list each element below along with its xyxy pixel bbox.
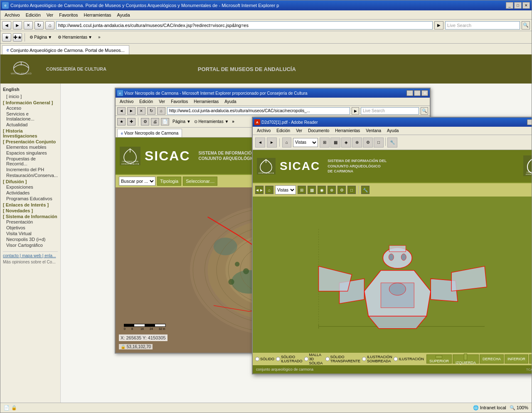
inner-address-input[interactable] — [167, 107, 350, 115]
inner-menu-archivo[interactable]: Archivo — [117, 98, 136, 105]
toolbar-herramientas[interactable]: ⚙ Herramientas ▼ — [56, 32, 94, 42]
radio-solido-transparente[interactable]: SÓLIDO TRANSPARENTE — [325, 355, 360, 363]
adobe-box-icon[interactable]: □ — [374, 138, 384, 148]
radio-ilustracion-input[interactable] — [394, 357, 398, 361]
sidebar-footer-links[interactable]: contacto | mapa web | enla... — [3, 253, 58, 258]
toolbar-extra[interactable]: ⚙ Página ▼ — [27, 32, 54, 42]
address-input[interactable] — [56, 21, 433, 30]
sidebar-link-acceso[interactable]: Acceso — [3, 105, 58, 111]
inner-add-favorites[interactable]: ✚ — [127, 118, 135, 125]
3d-vistas-select[interactable]: Vistas — [275, 185, 296, 194]
3d-tool-home[interactable]: ⌂ — [265, 186, 273, 194]
inner-search-button[interactable]: 🔍 — [421, 107, 428, 115]
3d-tool-box[interactable]: □ — [347, 186, 356, 194]
radio-solido-ilustrado-input[interactable] — [276, 357, 280, 361]
inner-menu-favoritos[interactable]: Favoritos — [168, 98, 190, 105]
sidebar-link-objetivos[interactable]: Objetivos — [3, 225, 58, 231]
sidebar-link-presentacion[interactable]: Presentación — [3, 219, 58, 225]
forward-button[interactable]: ► — [13, 21, 22, 30]
inner-menu-ver[interactable]: Ver — [156, 98, 167, 105]
refresh-button[interactable]: ↻ — [34, 21, 44, 30]
adobe-minimize-button[interactable]: _ — [527, 119, 532, 125]
inner-favorites-star[interactable]: ★ — [117, 118, 126, 125]
inner-print-icon[interactable]: 🖨 — [151, 118, 159, 125]
radio-solido[interactable]: SÓLIDO — [255, 357, 274, 361]
sidebar-link-programas[interactable]: Programas Educativos — [3, 196, 58, 202]
3d-tool-grid[interactable]: ⊞ — [298, 186, 306, 194]
main-tab[interactable]: e Conjunto Arqueológico de Carmona. Port… — [2, 45, 129, 54]
view-inferior[interactable]: INFERIOR — [505, 354, 528, 364]
adobe-menu-archivo[interactable]: Archivo — [254, 128, 273, 134]
sidebar-header-novedades[interactable]: [ Novedades ] — [3, 208, 58, 213]
view-frontal[interactable]: FRONTAL — [529, 354, 532, 364]
adobe-menu-ayuda[interactable]: Ayuda — [384, 128, 401, 134]
3d-tool-sphere[interactable]: ◉ — [318, 186, 326, 194]
view-izquierda[interactable]: IZQUIERDA — [453, 354, 479, 364]
sidebar-link-actividades[interactable]: Actividades — [3, 190, 58, 196]
radio-solido-ilustrado[interactable]: SÓLIDO ILUSTRADO — [276, 355, 303, 363]
3d-model-viewport[interactable] — [253, 197, 532, 353]
inner-tools-icon[interactable]: ⚙ — [141, 118, 149, 125]
sidebar-header-info[interactable]: [ Información General ] — [3, 100, 58, 105]
3d-tool-nav[interactable]: ◄► — [255, 186, 264, 194]
inner-refresh-button[interactable]: ↻ — [147, 107, 155, 115]
sidebar-link-exposiciones[interactable]: Exposiciones — [3, 184, 58, 190]
sidebar-link-propuestas[interactable]: Propuestas de Recorrid... — [3, 156, 58, 167]
inner-menu-edicion[interactable]: Edición — [137, 98, 155, 105]
inner-menu-ayuda[interactable]: Ayuda — [222, 98, 239, 105]
sidebar-link-espacios[interactable]: Espacios singulares — [3, 150, 58, 156]
maximize-button[interactable]: □ — [514, 2, 522, 9]
adobe-home-tool[interactable]: ⌂ — [282, 138, 291, 148]
sidebar-link-visor[interactable]: Visor Cartográfico — [3, 242, 58, 248]
adobe-nav-forward[interactable]: ► — [267, 138, 277, 148]
menu-archivo[interactable]: Archivo — [2, 12, 22, 18]
adobe-menu-documento[interactable]: Documento — [305, 128, 332, 134]
sidebar-link-elementos[interactable]: Elementos muebles — [3, 144, 58, 150]
add-favorites[interactable]: ✚★ — [13, 33, 22, 42]
radio-malla-input[interactable] — [304, 357, 308, 361]
inner-forward-button[interactable]: ► — [127, 107, 135, 115]
adobe-nav-back[interactable]: ◄ — [255, 138, 265, 148]
sidebar-link-actualidad[interactable]: Actualidad — [3, 122, 58, 128]
inner-menu-herramientas[interactable]: Herramientas — [191, 98, 221, 105]
inner-stop-button[interactable]: ✕ — [137, 107, 145, 115]
adobe-menu-edicion[interactable]: Edición — [274, 128, 293, 134]
stop-button[interactable]: ✕ — [24, 21, 33, 30]
seleccionar-button[interactable]: Seleccionar.... — [183, 177, 217, 186]
radio-sombreada-input[interactable] — [362, 357, 366, 361]
buscar-select[interactable]: Buscar por ... — [119, 177, 155, 186]
menu-ver[interactable]: Ver — [44, 12, 56, 18]
sidebar-header-presentacion[interactable]: [ Presentación Conjunto — [3, 139, 58, 144]
adobe-menu-herramientas[interactable]: Herramientas — [332, 128, 362, 134]
sidebar-header-difusion[interactable]: [ Difusión ] — [3, 179, 58, 184]
toolbar-extend[interactable]: » — [96, 32, 103, 42]
inner-search-bar[interactable]: Live Search — [361, 107, 419, 115]
inner-page-icon[interactable]: 📄 — [161, 118, 169, 125]
3d-tool-layers[interactable]: ⊕ — [328, 186, 336, 194]
sidebar-link-necropolis-3d[interactable]: Necropolis 3D (i+d) — [3, 236, 58, 242]
sidebar-header-historia[interactable]: [ Historia Investigaciones — [3, 128, 58, 138]
menu-ayuda[interactable]: Ayuda — [115, 12, 133, 18]
vistas-select[interactable]: Vistas — [293, 138, 318, 147]
adobe-3d-icon[interactable]: ◈ — [341, 138, 351, 148]
go-button[interactable]: ▶ — [434, 21, 443, 30]
outer-search-bar[interactable]: Live Search — [445, 21, 520, 30]
minimize-button[interactable]: _ — [506, 2, 513, 9]
adobe-menu-ventana[interactable]: Ventana — [363, 128, 384, 134]
view-derecha[interactable]: DERECHA — [480, 354, 504, 364]
inner-go-button[interactable]: ▶ — [352, 107, 359, 115]
radio-solido-input[interactable] — [255, 357, 259, 361]
3d-tool-wrench[interactable]: ⚙ — [337, 186, 346, 194]
adobe-tool-icon[interactable]: 🔧 — [387, 138, 397, 148]
menu-favoritos[interactable]: Favoritos — [57, 12, 80, 18]
inner-main-tab[interactable]: e Visor Necropolis de Carmona — [117, 129, 182, 137]
radio-ilustracion[interactable]: ILUSTRACIÓN — [394, 357, 424, 361]
menu-edicion[interactable]: Edición — [23, 12, 43, 18]
radio-malla[interactable]: MALLA 3D SÓLIDA — [304, 353, 323, 365]
inner-back-button[interactable]: ◄ — [117, 107, 126, 115]
sidebar-header-sistema[interactable]: [ Sistema de Información — [3, 214, 58, 219]
view-superior[interactable]: SUPERIOR — [426, 354, 452, 364]
inner-close-button[interactable]: ✕ — [421, 90, 428, 96]
sidebar-header-enlaces[interactable]: [ Enlaces de Interés ] — [3, 202, 58, 207]
radio-ilustracion-sombreada[interactable]: ILUSTRACIÓN SOMBREADA — [362, 355, 392, 363]
